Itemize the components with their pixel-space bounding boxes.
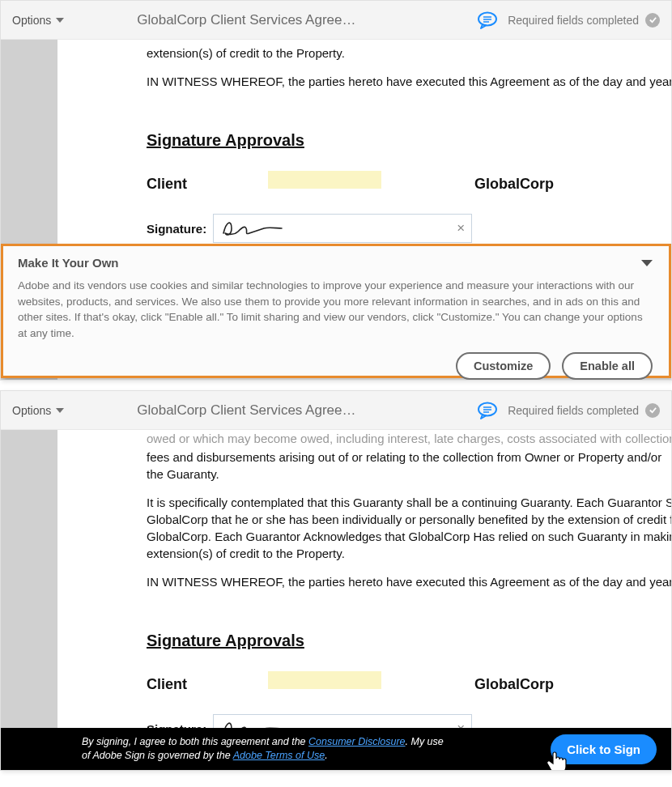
required-fields-status: Required fields completed [508, 403, 660, 418]
document-title: GlobalCorp Client Services Agree… [137, 402, 355, 419]
collapse-chevron-icon[interactable] [641, 260, 653, 266]
document-title: GlobalCorp Client Services Agree… [137, 12, 355, 28]
body-text-clipped: owed or which may become owed, including… [147, 430, 672, 447]
field-highlight[interactable] [268, 671, 381, 689]
signature-glyph [220, 217, 285, 240]
globalcorp-label: GlobalCorp [474, 674, 554, 695]
signature-label: Signature: [147, 220, 206, 237]
esign-panel-before: Options GlobalCorp Client Services Agree… [0, 0, 672, 381]
options-menu[interactable]: Options [12, 14, 64, 27]
agreement-text: By signing, I agree to both this agreeme… [82, 735, 454, 763]
click-to-sign-button[interactable]: Click to Sign [551, 734, 657, 764]
globalcorp-label: GlobalCorp [474, 174, 554, 194]
comment-icon[interactable] [477, 11, 498, 29]
signature-heading: Signature Approvals [147, 629, 672, 652]
body-text-block: It is specifically contemplated that thi… [147, 494, 672, 562]
chevron-down-icon [56, 18, 64, 23]
field-highlight[interactable] [268, 171, 381, 189]
top-bar: Options GlobalCorp Client Services Agree… [1, 391, 671, 430]
agreement-bar: By signing, I agree to both this agreeme… [1, 728, 671, 770]
signature-field[interactable]: × [213, 214, 472, 243]
top-bar: Options GlobalCorp Client Services Agree… [1, 1, 671, 40]
cookie-title: Make It Your Own [18, 256, 118, 270]
body-text: IN WITNESS WHEREOF, the parties hereto h… [147, 73, 672, 90]
cookie-consent-banner: Make It Your Own Adobe and its vendors u… [1, 244, 671, 378]
required-fields-status: Required fields completed [508, 13, 660, 28]
document-page: owed or which may become owed, including… [57, 430, 672, 730]
customize-button[interactable]: Customize [456, 352, 551, 380]
check-circle-icon [645, 13, 660, 28]
options-menu[interactable]: Options [12, 404, 64, 417]
check-circle-icon [645, 403, 660, 418]
clear-signature-icon[interactable]: × [457, 219, 465, 238]
enable-all-button[interactable]: Enable all [562, 352, 653, 380]
body-text: fees and disbursements arising out of or… [147, 449, 672, 483]
chevron-down-icon [56, 408, 64, 413]
cookie-body: Adobe and its vendors use cookies and si… [18, 278, 653, 341]
required-fields-label: Required fields completed [508, 14, 639, 27]
body-text: IN WITNESS WHEREOF, the parties hereto h… [147, 573, 672, 590]
consumer-disclosure-link[interactable]: Consumer Disclosure [308, 736, 405, 747]
options-label: Options [12, 404, 51, 417]
options-label: Options [12, 14, 51, 27]
esign-panel-after: Options GlobalCorp Client Services Agree… [0, 390, 672, 771]
page-gutter [1, 430, 57, 730]
signature-heading: Signature Approvals [147, 129, 672, 151]
adobe-terms-link[interactable]: Adobe Terms of Use [233, 750, 325, 761]
required-fields-label: Required fields completed [508, 404, 639, 417]
body-text: extension(s) of credit to the Property. [147, 45, 672, 62]
comment-icon[interactable] [477, 402, 498, 419]
